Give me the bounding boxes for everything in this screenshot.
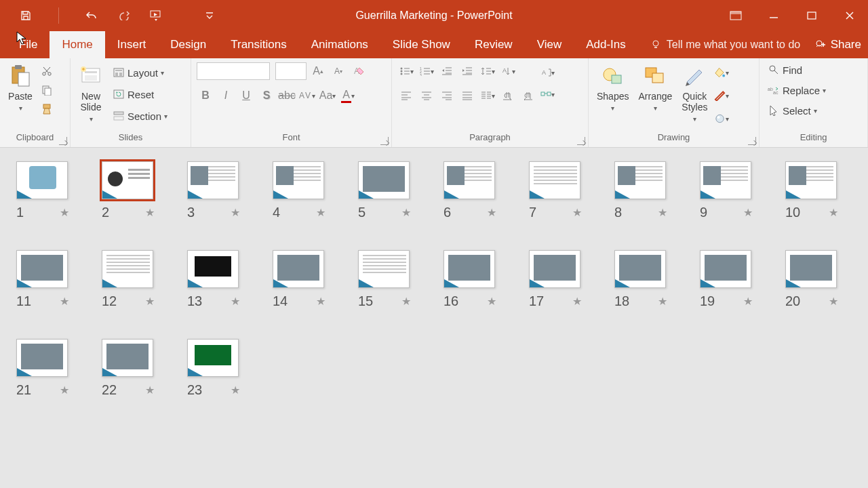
qat-customize-icon[interactable] <box>203 9 216 22</box>
slide-thumbnail-14[interactable]: 14★ <box>273 250 326 309</box>
numbering-button[interactable]: 123▾ <box>418 62 435 80</box>
clear-formatting-button[interactable]: A <box>350 62 368 80</box>
find-button[interactable]: Find <box>765 62 805 77</box>
font-size-combo[interactable] <box>275 62 307 80</box>
decrease-indent-button[interactable] <box>438 62 456 80</box>
reset-button[interactable]: Reset <box>110 87 170 102</box>
shape-fill-button[interactable]: ▾ <box>714 65 729 80</box>
svg-point-26 <box>400 68 402 70</box>
slide-thumbnail-19[interactable]: 19★ <box>700 250 753 309</box>
select-button[interactable]: Select ▾ <box>765 103 820 118</box>
bullets-icon <box>399 66 410 76</box>
slide-thumbnail-1[interactable]: 1★ <box>16 161 69 220</box>
tab-home[interactable]: Home <box>50 31 104 58</box>
copy-button[interactable] <box>39 83 54 98</box>
tab-review[interactable]: Review <box>462 31 525 58</box>
tab-file[interactable]: File <box>7 31 50 58</box>
section-button[interactable]: Section ▾ <box>110 108 170 123</box>
tell-me-search[interactable]: Tell me what you want to do <box>650 31 808 58</box>
slide-sorter-view[interactable]: 1★2★3★4★5★6★7★8★9★10★11★12★13★14★15★16★1… <box>0 148 868 488</box>
tab-transitions[interactable]: Transitions <box>218 31 299 58</box>
ribbon-display-options-icon[interactable] <box>727 7 745 24</box>
shape-outline-button[interactable]: ▾ <box>714 88 729 103</box>
close-icon[interactable] <box>841 7 859 24</box>
slide-thumbnail-16[interactable]: 16★ <box>443 250 496 309</box>
slide-thumbnail-10[interactable]: 10★ <box>785 161 838 220</box>
slide-thumbnail-13[interactable]: 13★ <box>187 250 240 309</box>
slide-thumbnail-9[interactable]: 9★ <box>700 161 753 220</box>
dialog-launcher-icon[interactable] <box>577 137 585 145</box>
line-spacing-icon <box>481 66 492 76</box>
font-name-combo[interactable] <box>197 62 270 80</box>
svg-rect-16 <box>85 75 97 81</box>
text-direction-icon: A <box>501 66 512 77</box>
slide-thumbnail-18[interactable]: 18★ <box>614 250 667 309</box>
arrange-button[interactable]: Arrange▾ <box>635 62 675 114</box>
ltr-button[interactable] <box>499 87 517 104</box>
italic-button[interactable]: I <box>217 87 235 104</box>
increase-font-button[interactable]: A▴ <box>309 62 327 80</box>
tab-slideshow[interactable]: Slide Show <box>380 31 462 58</box>
tab-insert[interactable]: Insert <box>105 31 159 58</box>
font-color-button[interactable]: A▾ <box>339 87 357 104</box>
slide-thumbnail-3[interactable]: 3★ <box>187 161 240 220</box>
save-icon[interactable] <box>19 9 33 22</box>
transition-star-icon: ★ <box>572 295 582 308</box>
decrease-font-button[interactable]: A▾ <box>330 62 347 80</box>
slide-thumbnail-20[interactable]: 20★ <box>785 250 838 309</box>
maximize-icon[interactable] <box>803 7 821 24</box>
slide-thumbnail-6[interactable]: 6★ <box>443 161 496 220</box>
tab-animations[interactable]: Animations <box>299 31 380 58</box>
slide-thumbnail-4[interactable]: 4★ <box>273 161 326 220</box>
align-text-button[interactable]: A▾ <box>540 64 555 81</box>
tab-addins[interactable]: Add-Ins <box>574 31 638 58</box>
bullets-button[interactable]: ▾ <box>397 62 415 80</box>
slide-thumbnail-8[interactable]: 8★ <box>614 161 667 220</box>
replace-button[interactable]: abacReplace ▾ <box>765 83 829 98</box>
increase-indent-button[interactable] <box>458 62 476 80</box>
text-direction-button[interactable]: A▾ <box>499 62 517 80</box>
start-from-beginning-icon[interactable] <box>150 9 163 22</box>
shapes-button[interactable]: Shapes▾ <box>594 62 631 114</box>
strikethrough-button[interactable]: abc <box>278 87 296 104</box>
shape-effects-button[interactable]: ▾ <box>714 111 729 126</box>
cut-button[interactable] <box>39 64 54 79</box>
new-slide-button[interactable]: New Slide▾ <box>76 62 106 125</box>
slide-thumbnail-11[interactable]: 11★ <box>16 250 69 309</box>
share-button[interactable]: Share <box>808 31 868 58</box>
format-painter-button[interactable] <box>39 102 54 117</box>
shadow-button[interactable]: S <box>258 87 275 104</box>
slide-thumbnail-22[interactable]: 22★ <box>102 339 155 398</box>
undo-icon[interactable] <box>85 9 98 22</box>
slide-thumbnail-17[interactable]: 17★ <box>529 250 582 309</box>
layout-button[interactable]: Layout ▾ <box>110 65 170 80</box>
change-case-button[interactable]: Aa▾ <box>319 87 336 104</box>
align-left-button[interactable] <box>397 87 415 104</box>
dialog-launcher-icon[interactable] <box>380 137 389 145</box>
underline-button[interactable]: U <box>237 87 255 104</box>
tab-design[interactable]: Design <box>158 31 218 58</box>
slide-thumbnail-7[interactable]: 7★ <box>529 161 582 220</box>
dialog-launcher-icon[interactable] <box>748 137 756 145</box>
slide-thumbnail-12[interactable]: 12★ <box>102 250 155 309</box>
bold-button[interactable]: B <box>197 87 214 104</box>
slide-thumbnail-2[interactable]: 2★ <box>102 161 155 220</box>
justify-button[interactable] <box>458 87 476 104</box>
rtl-button[interactable] <box>519 87 537 104</box>
smartart-button[interactable]: ▾ <box>540 85 555 103</box>
slide-thumbnail-23[interactable]: 23★ <box>187 339 240 398</box>
line-spacing-button[interactable]: ▾ <box>479 62 496 80</box>
align-right-button[interactable] <box>438 87 456 104</box>
paste-button[interactable]: Paste ▾ <box>5 62 35 114</box>
quick-styles-button[interactable]: Quick Styles▾ <box>679 62 710 125</box>
align-center-button[interactable] <box>418 87 435 104</box>
redo-icon[interactable] <box>117 9 131 22</box>
dialog-launcher-icon[interactable] <box>59 137 67 145</box>
slide-thumbnail-21[interactable]: 21★ <box>16 339 69 398</box>
columns-button[interactable]: ▾ <box>479 87 496 104</box>
minimize-icon[interactable] <box>765 7 783 24</box>
slide-thumbnail-5[interactable]: 5★ <box>358 161 411 220</box>
char-spacing-button[interactable]: AV▾ <box>298 87 316 104</box>
tab-view[interactable]: View <box>525 31 574 58</box>
slide-thumbnail-15[interactable]: 15★ <box>358 250 411 309</box>
